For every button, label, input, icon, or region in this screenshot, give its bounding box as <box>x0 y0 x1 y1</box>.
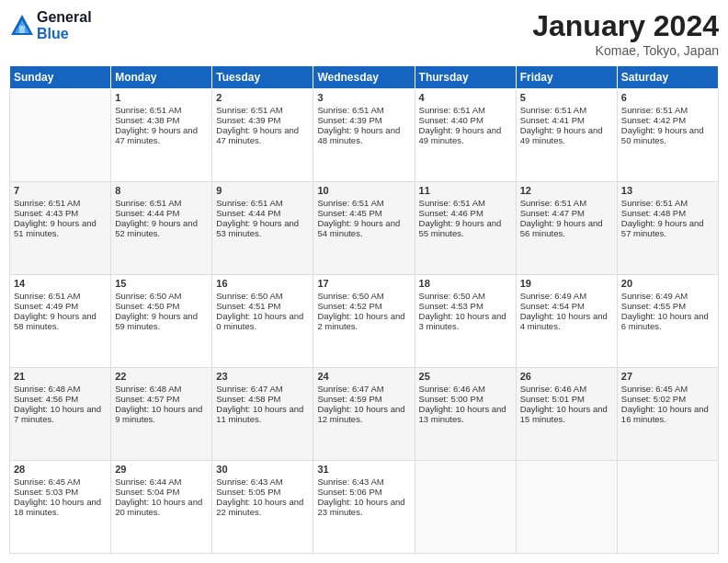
calendar-cell: 16Sunrise: 6:50 AMSunset: 4:51 PMDayligh… <box>212 275 313 368</box>
calendar-cell: 31Sunrise: 6:43 AMSunset: 5:06 PMDayligh… <box>313 461 415 554</box>
calendar-cell: 8Sunrise: 6:51 AMSunset: 4:44 PMDaylight… <box>111 182 212 275</box>
day-info: Sunrise: 6:49 AMSunset: 4:55 PMDaylight:… <box>621 291 709 331</box>
day-info: Sunrise: 6:51 AMSunset: 4:38 PMDaylight:… <box>115 105 198 145</box>
calendar-cell: 9Sunrise: 6:51 AMSunset: 4:44 PMDaylight… <box>212 182 313 275</box>
day-number: 16 <box>216 278 309 289</box>
day-number: 19 <box>520 278 613 289</box>
calendar-cell: 7Sunrise: 6:51 AMSunset: 4:43 PMDaylight… <box>10 182 111 275</box>
day-number: 23 <box>216 371 309 382</box>
day-number: 14 <box>14 278 107 289</box>
calendar-cell: 4Sunrise: 6:51 AMSunset: 4:40 PMDaylight… <box>415 89 516 182</box>
day-number: 24 <box>317 371 410 382</box>
day-info: Sunrise: 6:51 AMSunset: 4:44 PMDaylight:… <box>216 198 299 238</box>
calendar-cell: 20Sunrise: 6:49 AMSunset: 4:55 PMDayligh… <box>617 275 718 368</box>
calendar-cell <box>415 461 516 554</box>
calendar-cell <box>617 461 718 554</box>
calendar-cell: 26Sunrise: 6:46 AMSunset: 5:01 PMDayligh… <box>516 368 617 461</box>
day-info: Sunrise: 6:51 AMSunset: 4:39 PMDaylight:… <box>317 105 400 145</box>
calendar-cell: 6Sunrise: 6:51 AMSunset: 4:42 PMDaylight… <box>617 89 718 182</box>
calendar-cell: 25Sunrise: 6:46 AMSunset: 5:00 PMDayligh… <box>415 368 516 461</box>
day-number: 15 <box>115 278 208 289</box>
day-number: 4 <box>419 92 512 103</box>
day-info: Sunrise: 6:44 AMSunset: 5:04 PMDaylight:… <box>115 477 202 517</box>
day-info: Sunrise: 6:50 AMSunset: 4:53 PMDaylight:… <box>419 291 506 331</box>
day-number: 7 <box>14 185 107 196</box>
calendar-cell: 15Sunrise: 6:50 AMSunset: 4:50 PMDayligh… <box>111 275 212 368</box>
location: Komae, Tokyo, Japan <box>532 43 719 58</box>
calendar-cell: 24Sunrise: 6:47 AMSunset: 4:59 PMDayligh… <box>313 368 415 461</box>
calendar-cell: 23Sunrise: 6:47 AMSunset: 4:58 PMDayligh… <box>212 368 313 461</box>
day-number: 22 <box>115 371 208 382</box>
calendar-cell: 18Sunrise: 6:50 AMSunset: 4:53 PMDayligh… <box>415 275 516 368</box>
day-number: 1 <box>115 92 208 103</box>
day-info: Sunrise: 6:47 AMSunset: 4:59 PMDaylight:… <box>317 384 404 424</box>
col-header-friday: Friday <box>516 66 617 89</box>
calendar-cell: 22Sunrise: 6:48 AMSunset: 4:57 PMDayligh… <box>111 368 212 461</box>
calendar-cell: 14Sunrise: 6:51 AMSunset: 4:49 PMDayligh… <box>10 275 111 368</box>
calendar-cell: 27Sunrise: 6:45 AMSunset: 5:02 PMDayligh… <box>617 368 718 461</box>
day-number: 3 <box>317 92 410 103</box>
day-info: Sunrise: 6:48 AMSunset: 4:56 PMDaylight:… <box>14 384 101 424</box>
col-header-sunday: Sunday <box>10 66 111 89</box>
calendar-cell: 12Sunrise: 6:51 AMSunset: 4:47 PMDayligh… <box>516 182 617 275</box>
calendar-cell: 17Sunrise: 6:50 AMSunset: 4:52 PMDayligh… <box>313 275 415 368</box>
calendar-table: SundayMondayTuesdayWednesdayThursdayFrid… <box>9 65 719 554</box>
day-info: Sunrise: 6:43 AMSunset: 5:05 PMDaylight:… <box>216 477 303 517</box>
col-header-wednesday: Wednesday <box>313 66 415 89</box>
day-info: Sunrise: 6:50 AMSunset: 4:52 PMDaylight:… <box>317 291 404 331</box>
day-info: Sunrise: 6:49 AMSunset: 4:54 PMDaylight:… <box>520 291 608 331</box>
calendar-cell <box>10 89 111 182</box>
day-number: 9 <box>216 185 309 196</box>
day-info: Sunrise: 6:45 AMSunset: 5:02 PMDaylight:… <box>621 384 709 424</box>
calendar-cell: 13Sunrise: 6:51 AMSunset: 4:48 PMDayligh… <box>617 182 718 275</box>
day-info: Sunrise: 6:48 AMSunset: 4:57 PMDaylight:… <box>115 384 202 424</box>
day-info: Sunrise: 6:51 AMSunset: 4:43 PMDaylight:… <box>14 198 97 238</box>
month-title: January 2024 <box>532 9 719 43</box>
day-number: 27 <box>621 371 714 382</box>
calendar-cell: 21Sunrise: 6:48 AMSunset: 4:56 PMDayligh… <box>10 368 111 461</box>
col-header-tuesday: Tuesday <box>212 66 313 89</box>
day-number: 13 <box>621 185 714 196</box>
col-header-saturday: Saturday <box>617 66 718 89</box>
day-number: 29 <box>115 464 208 475</box>
calendar-cell: 30Sunrise: 6:43 AMSunset: 5:05 PMDayligh… <box>212 461 313 554</box>
day-info: Sunrise: 6:50 AMSunset: 4:50 PMDaylight:… <box>115 291 198 331</box>
calendar-cell: 10Sunrise: 6:51 AMSunset: 4:45 PMDayligh… <box>313 182 415 275</box>
logo-icon <box>9 13 35 39</box>
col-header-monday: Monday <box>111 66 212 89</box>
calendar-cell: 28Sunrise: 6:45 AMSunset: 5:03 PMDayligh… <box>10 461 111 554</box>
day-info: Sunrise: 6:51 AMSunset: 4:47 PMDaylight:… <box>520 198 603 238</box>
calendar-cell: 1Sunrise: 6:51 AMSunset: 4:38 PMDaylight… <box>111 89 212 182</box>
day-number: 12 <box>520 185 613 196</box>
day-info: Sunrise: 6:51 AMSunset: 4:39 PMDaylight:… <box>216 105 299 145</box>
day-number: 30 <box>216 464 309 475</box>
title-block: January 2024 Komae, Tokyo, Japan <box>532 9 719 58</box>
day-number: 6 <box>621 92 714 103</box>
svg-rect-2 <box>19 26 25 33</box>
day-number: 21 <box>14 371 107 382</box>
day-number: 26 <box>520 371 613 382</box>
day-info: Sunrise: 6:51 AMSunset: 4:40 PMDaylight:… <box>419 105 502 145</box>
calendar-cell: 29Sunrise: 6:44 AMSunset: 5:04 PMDayligh… <box>111 461 212 554</box>
calendar-cell <box>516 461 617 554</box>
day-number: 20 <box>621 278 714 289</box>
day-info: Sunrise: 6:50 AMSunset: 4:51 PMDaylight:… <box>216 291 303 331</box>
calendar-cell: 19Sunrise: 6:49 AMSunset: 4:54 PMDayligh… <box>516 275 617 368</box>
day-info: Sunrise: 6:51 AMSunset: 4:48 PMDaylight:… <box>621 198 704 238</box>
calendar-cell: 2Sunrise: 6:51 AMSunset: 4:39 PMDaylight… <box>212 89 313 182</box>
logo-text: General Blue <box>37 9 92 41</box>
day-info: Sunrise: 6:51 AMSunset: 4:49 PMDaylight:… <box>14 291 97 331</box>
day-info: Sunrise: 6:51 AMSunset: 4:45 PMDaylight:… <box>317 198 400 238</box>
day-number: 11 <box>419 185 512 196</box>
day-number: 10 <box>317 185 410 196</box>
day-number: 31 <box>317 464 410 475</box>
day-info: Sunrise: 6:51 AMSunset: 4:41 PMDaylight:… <box>520 105 603 145</box>
day-info: Sunrise: 6:45 AMSunset: 5:03 PMDaylight:… <box>14 477 101 517</box>
header: General Blue January 2024 Komae, Tokyo, … <box>9 9 719 58</box>
day-number: 5 <box>520 92 613 103</box>
day-info: Sunrise: 6:51 AMSunset: 4:44 PMDaylight:… <box>115 198 198 238</box>
day-number: 8 <box>115 185 208 196</box>
day-number: 18 <box>419 278 512 289</box>
page: General Blue January 2024 Komae, Tokyo, … <box>0 0 728 563</box>
day-number: 17 <box>317 278 410 289</box>
